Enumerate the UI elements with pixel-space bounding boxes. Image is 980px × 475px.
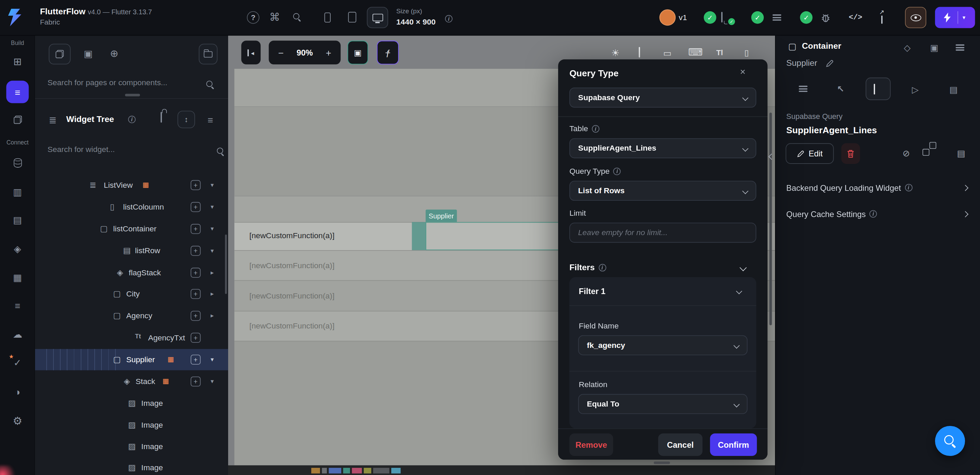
selection-box[interactable]	[426, 222, 561, 250]
remove-button[interactable]: Remove	[570, 434, 613, 456]
zoom-out-button[interactable]: −	[278, 47, 284, 58]
device-extra-icon[interactable]: ▯	[745, 48, 749, 57]
insert-widget-icon[interactable]: +	[191, 268, 200, 278]
filter-collapse-icon[interactable]	[736, 288, 742, 294]
lock-icon[interactable]	[161, 112, 162, 122]
view-code-icon[interactable]: </>	[849, 13, 862, 22]
field-name-select[interactable]: fk_agency	[578, 335, 748, 355]
list-row-text[interactable]: [newCustomFunction(a)]	[249, 291, 334, 300]
insert-widget-icon[interactable]: +	[191, 289, 200, 299]
tree-item-image[interactable]: ▨ Image	[35, 393, 228, 414]
tab-backend-query[interactable]	[874, 84, 875, 94]
nav-pages-icon[interactable]	[0, 116, 35, 124]
insert-widget-icon[interactable]: +	[191, 333, 200, 343]
search-pages-input[interactable]	[47, 78, 191, 87]
tree-item-agency[interactable]: ▢ Agency + ▸	[35, 305, 228, 327]
query-cache-info-icon[interactable]	[870, 210, 877, 218]
device-tablet-toggle[interactable]	[348, 12, 356, 22]
keyboard-icon[interactable]: ⌨	[688, 46, 703, 58]
bug-icon[interactable]	[821, 13, 830, 22]
caret-down-icon[interactable]: ▾	[211, 378, 214, 385]
frame-size-icon[interactable]: ▭	[663, 48, 671, 58]
localization-tab[interactable]: ⊕	[110, 49, 118, 59]
list-row-text[interactable]: [newCustomFunction(a)]	[249, 261, 334, 270]
panel-settings-sliders-icon[interactable]	[956, 44, 964, 53]
tree-options-icon[interactable]: ≡	[207, 115, 213, 125]
status-check-icon-3[interactable]: ✓	[800, 11, 813, 24]
size-info-icon[interactable]	[445, 15, 453, 22]
flutterflow-logo-icon[interactable]	[8, 8, 25, 27]
pages-tab[interactable]	[49, 44, 70, 64]
nav-cloud-icon[interactable]: ☁	[0, 330, 35, 339]
close-icon[interactable]: ×	[740, 67, 745, 77]
zoom-in-button[interactable]: +	[326, 47, 331, 58]
diamond-icon[interactable]: ◇	[904, 43, 910, 53]
rename-pencil-icon[interactable]	[826, 59, 834, 67]
caret-right-icon[interactable]: ▸	[211, 269, 214, 276]
insert-widget-icon[interactable]: +	[191, 376, 200, 386]
command-palette-icon[interactable]: ⌘	[269, 12, 280, 22]
preview-button[interactable]	[905, 7, 926, 28]
open-app-icon[interactable]	[881, 14, 883, 23]
tree-item-image[interactable]: ▨ Image	[35, 436, 228, 457]
tree-scrollbar[interactable]	[225, 234, 227, 294]
search-widget-input[interactable]	[47, 145, 191, 154]
caret-down-icon[interactable]: ▾	[211, 225, 214, 232]
comments-icon[interactable]: ✓	[721, 13, 722, 22]
device-rotate-icon[interactable]	[639, 47, 640, 57]
caret-down-icon[interactable]: ▾	[211, 356, 214, 363]
vertical-scrollbar[interactable]	[770, 112, 772, 325]
tab-animations[interactable]: ▷	[912, 84, 919, 94]
collapse-panel-button[interactable]: ◂	[242, 41, 261, 64]
nav-tests-check-icon[interactable]: ✓ ★	[0, 358, 35, 367]
nav-widgets-icon[interactable]: ⊞	[0, 57, 35, 67]
insert-widget-icon[interactable]: +	[191, 202, 200, 212]
tab-components[interactable]: ▤	[949, 84, 958, 94]
cancel-button[interactable]: Cancel	[658, 434, 703, 456]
device-phone-toggle[interactable]	[325, 13, 331, 22]
nav-theme-icon[interactable]: ◑	[0, 387, 35, 397]
components-tab[interactable]: ▣	[84, 49, 92, 58]
toggle-actions-button[interactable]: ƒ	[377, 41, 399, 64]
search-icon[interactable]	[293, 13, 301, 21]
filters-collapse-icon[interactable]	[740, 264, 747, 271]
query-type-info-icon[interactable]	[613, 167, 621, 175]
backend-loading-info-icon[interactable]	[905, 184, 912, 191]
caret-down-icon[interactable]: ▾	[211, 203, 214, 210]
tree-item-listview[interactable]: ≣ ListView ▦ + ▾	[35, 174, 228, 196]
nav-media-icon[interactable]: ▦	[0, 273, 35, 282]
nav-integrations-icon[interactable]: ◈	[0, 244, 35, 253]
tree-item-listcoloumn[interactable]: ▯ listColoumn + ▾	[35, 196, 228, 217]
rows-type-select[interactable]: List of Rows	[570, 180, 756, 201]
paste-icon[interactable]: ▤	[957, 148, 965, 158]
insert-widget-icon[interactable]: +	[191, 224, 200, 234]
project-settings-sliders-icon[interactable]	[773, 14, 781, 23]
panel-scroll-handle[interactable]	[125, 94, 140, 96]
insert-widget-icon[interactable]: +	[191, 311, 200, 320]
widget-tree-info-icon[interactable]	[128, 116, 135, 123]
help-fab[interactable]	[935, 426, 965, 456]
relation-select[interactable]: Equal To	[578, 394, 748, 414]
device-desktop-toggle[interactable]	[367, 7, 388, 28]
list-row-text[interactable]: [newCustomFunction(a)]	[249, 321, 334, 330]
caret-right-icon[interactable]: ▸	[211, 290, 214, 297]
run-options-caret-icon[interactable]: ▾	[963, 14, 966, 21]
tree-item-listrow[interactable]: ▤ listRow + ▾	[35, 240, 228, 261]
confirm-button[interactable]: Confirm	[710, 434, 757, 456]
avatar[interactable]	[659, 10, 676, 26]
caret-right-icon[interactable]: ▸	[211, 312, 214, 319]
limit-input[interactable]	[570, 223, 756, 242]
text-scale-icon[interactable]: Tl	[716, 48, 723, 57]
delete-query-button[interactable]	[842, 143, 860, 164]
tree-item-stack[interactable]: ◈ Stack ▦ + ▾	[35, 371, 228, 392]
nav-layout-icon[interactable]: ▥	[0, 187, 35, 197]
help-icon[interactable]: ?	[247, 11, 259, 24]
canvas-mode-button[interactable]: ▣	[348, 41, 368, 64]
brightness-icon[interactable]: ☀	[611, 47, 620, 59]
list-row-text[interactable]: [newCustomFunction(a)]	[249, 231, 334, 240]
nav-widget-tree-icon[interactable]: ≡	[6, 81, 29, 103]
filters-info-icon[interactable]	[599, 264, 606, 271]
nav-documents-icon[interactable]: ▤	[0, 215, 35, 225]
selected-widget-fill[interactable]	[412, 222, 426, 250]
nav-database-icon[interactable]	[0, 158, 35, 167]
